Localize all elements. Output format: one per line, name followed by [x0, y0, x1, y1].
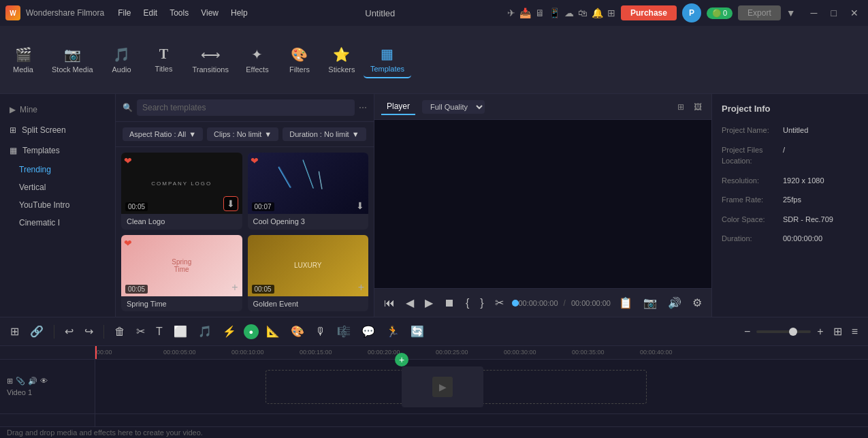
profile-avatar[interactable]: P — [682, 3, 701, 22]
nav-templates[interactable]: ▦ Templates — [0, 140, 115, 161]
share-icon[interactable]: ✈ — [507, 7, 515, 18]
snapshot-btn[interactable]: 📷 — [641, 295, 660, 311]
template-card-clean-logo[interactable]: COMPANY LOGO ❤ 00:05 ⬇ Clean Logo — [121, 153, 242, 230]
text-btn[interactable]: T — [152, 324, 166, 339]
play-btn[interactable]: ▶ — [422, 295, 436, 311]
info-resolution: Resolution: 1920 x 1080 — [722, 175, 858, 187]
zoom-in-btn[interactable]: + — [814, 324, 826, 339]
volume-btn[interactable]: 🔊 — [665, 295, 684, 311]
add-track-btn[interactable]: ⊞ — [7, 324, 22, 339]
player-tab[interactable]: Player — [381, 99, 415, 115]
export-dropdown-icon[interactable]: ▼ — [786, 7, 796, 18]
zoom-slider[interactable] — [756, 330, 811, 333]
media-btn-media[interactable]: 🎬 Media — [3, 42, 44, 78]
aspect-ratio-filter[interactable]: Aspect Ratio : All ▼ — [123, 127, 203, 141]
plus-icon[interactable]: + — [358, 281, 364, 294]
clip-copy-btn[interactable]: 📋 — [616, 295, 635, 311]
nav-vertical[interactable]: Vertical — [0, 178, 115, 196]
cut-btn[interactable]: ✂ — [133, 324, 148, 339]
menu-tools[interactable]: Tools — [164, 5, 194, 20]
template-card-cool-opening[interactable]: ❤ 00:07 ⬇ Cool Opening 3 — [248, 153, 369, 230]
prev-frame-btn[interactable]: ◀ — [403, 295, 417, 311]
duration-filter[interactable]: Duration : No limit ▼ — [283, 127, 366, 141]
delete-btn[interactable]: 🗑 — [111, 324, 129, 339]
timeline-tracks[interactable]: 00:00 00:00:05:00 00:00:10:00 00:00:15:0… — [95, 346, 868, 426]
nav-youtube-intro[interactable]: YouTube Intro — [0, 196, 115, 214]
stop-btn[interactable]: ⏹ — [441, 296, 457, 311]
plus-icon[interactable]: + — [231, 281, 238, 294]
media-btn-stickers[interactable]: ⭐ Stickers — [321, 42, 362, 78]
media-btn-audio[interactable]: 🎵 Audio — [101, 42, 142, 78]
add-video-btn[interactable]: ⊞ — [7, 377, 13, 386]
grid-icon[interactable]: ⊞ — [607, 7, 615, 18]
menu-view[interactable]: View — [195, 5, 224, 20]
template-card-golden-event[interactable]: LUXURY 00:05 + Golden Event — [248, 235, 369, 312]
download-icon[interactable]: ⬇ — [356, 200, 364, 211]
clips-filter[interactable]: Clips : No limit ▼ — [207, 127, 278, 141]
import-icon[interactable]: 📥 — [519, 7, 531, 18]
undo-btn[interactable]: ↩ — [61, 324, 77, 339]
media-btn-titles[interactable]: T Titles — [144, 42, 184, 77]
crop-btn[interactable]: ⬜ — [170, 324, 191, 339]
media-track-icon[interactable]: 📎 — [16, 377, 25, 386]
store-icon[interactable]: 🛍 — [578, 7, 588, 18]
maximize-button[interactable]: □ — [827, 6, 841, 20]
mark-in-btn[interactable]: { — [463, 296, 472, 311]
speed-btn[interactable]: ⚡ — [219, 324, 240, 339]
360-btn[interactable]: 🔄 — [407, 324, 428, 339]
zoom-out-btn[interactable]: − — [741, 324, 754, 339]
menu-file[interactable]: File — [112, 5, 136, 20]
green-screen-btn[interactable]: ● — [244, 324, 259, 339]
media-btn-effects[interactable]: ✦ Effects — [237, 42, 278, 78]
split-btn[interactable]: ✂ — [492, 295, 507, 311]
go-start-btn[interactable]: ⏮ — [381, 296, 398, 311]
quality-select[interactable]: Full Quality — [422, 100, 485, 114]
timeline: ⊞ 🔗 ↩ ↪ 🗑 ✂ T ⬜ 🎵 ⚡ ● 📐 🎨 🎙 🎼 💬 🏃 🔄 − — [0, 317, 868, 438]
search-icon: 🔍 — [123, 103, 133, 112]
media-btn-filters[interactable]: 🎨 Filters — [279, 42, 320, 78]
magnetic-btn[interactable]: 🔗 — [27, 324, 47, 339]
video-track-row[interactable]: + ▶ — [95, 360, 868, 414]
color-btn[interactable]: 🎨 — [287, 324, 308, 339]
subtitle-btn[interactable]: 💬 — [358, 324, 379, 339]
menu-edit[interactable]: Edit — [138, 5, 163, 20]
expand-icon: ▶ — [10, 105, 16, 114]
download-icon[interactable]: ⬇ — [223, 196, 238, 211]
media-btn-transitions[interactable]: ⟷ Transitions — [186, 42, 236, 78]
more-options-icon[interactable]: ⋯ — [359, 103, 367, 112]
nav-cinematic[interactable]: Cinematic I — [0, 214, 115, 232]
purchase-button[interactable]: Purchase — [621, 5, 677, 20]
grid-layout-btn[interactable]: ⊞ — [675, 101, 687, 113]
nav-trending[interactable]: Trending — [0, 161, 115, 178]
playhead[interactable] — [95, 346, 97, 359]
redo-btn[interactable]: ↪ — [81, 324, 97, 339]
layout-btn[interactable]: ≡ — [848, 324, 861, 339]
menu-help[interactable]: Help — [225, 5, 253, 20]
mark-out-btn[interactable]: } — [477, 296, 486, 311]
motion-btn[interactable]: 🏃 — [383, 324, 403, 339]
media-btn-stock[interactable]: 📷 Stock Media — [45, 42, 100, 78]
search-input[interactable] — [137, 99, 355, 116]
eye-icon[interactable]: 👁 — [40, 377, 48, 386]
cloud-icon[interactable]: ☁ — [564, 7, 574, 18]
minimize-button[interactable]: ─ — [807, 6, 822, 20]
ai-music-btn[interactable]: 🎼 — [334, 324, 354, 339]
fit-btn[interactable]: ⊞ — [830, 324, 846, 339]
stabilize-btn[interactable]: 📐 — [263, 324, 283, 339]
nav-split-screen[interactable]: ⊞ Split Screen — [0, 120, 115, 140]
bell-icon[interactable]: 🔔 — [592, 7, 603, 18]
export-button[interactable]: Export — [738, 5, 781, 20]
audio-track-icon[interactable]: 🔊 — [28, 377, 37, 386]
voice-btn[interactable]: 🎙 — [312, 324, 329, 339]
image-layout-btn[interactable]: 🖼 — [691, 101, 705, 113]
settings-btn[interactable]: ⚙ — [690, 295, 705, 311]
screen-icon[interactable]: 🖥 — [535, 7, 545, 18]
media-btn-templates[interactable]: ▦ Templates — [364, 42, 411, 78]
template-card-spring-time[interactable]: SpringTime ❤ 00:05 + Spring Time — [121, 235, 242, 312]
player-progress-bar[interactable] — [512, 302, 513, 304]
nav-mine-header[interactable]: ▶ Mine — [0, 99, 115, 120]
phone-icon[interactable]: 📱 — [549, 7, 560, 18]
add-clip-btn[interactable]: + — [395, 353, 408, 366]
audio-btn[interactable]: 🎵 — [195, 324, 215, 339]
close-button[interactable]: ✕ — [846, 6, 863, 20]
